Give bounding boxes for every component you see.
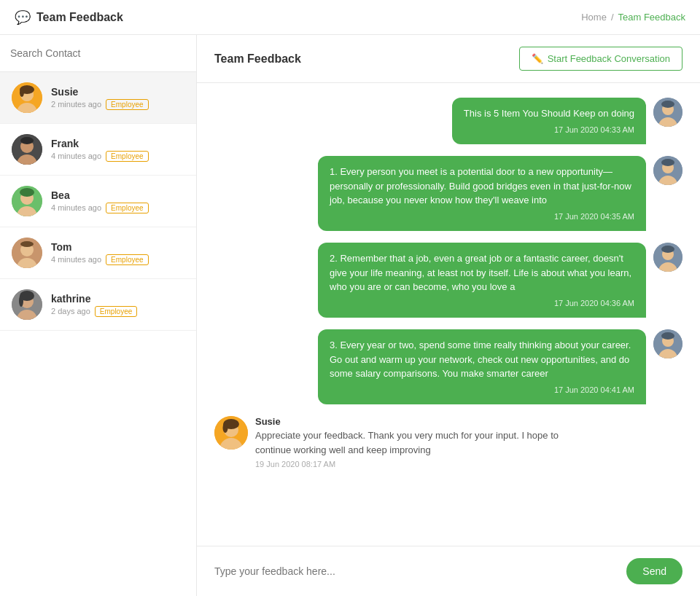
svg-point-13 (20, 188, 34, 197)
message-avatar-2 (653, 156, 682, 185)
avatar-frank (12, 134, 42, 165)
chat-header: Team Feedback ✏️ Start Feedback Conversa… (197, 35, 700, 83)
message-row-3: 2. Remember that a job, even a great job… (214, 243, 682, 318)
received-content-5: Susie Appreciate your feedback. Thank yo… (255, 416, 583, 468)
contact-info-susie: Susie 2 minutes ago Employee (51, 86, 184, 110)
message-avatar-1 (653, 98, 682, 127)
message-time-2: 17 Jun 2020 04:35 AM (330, 211, 634, 223)
avatar-kathrine (12, 289, 42, 320)
contact-name-kathrine: kathrine (51, 293, 184, 305)
message-text-3: 2. Remember that a job, even a great job… (330, 251, 634, 294)
badge-employee-kathrine: Employee (95, 306, 137, 317)
contact-item-susie[interactable]: Susie 2 minutes ago Employee (0, 72, 196, 124)
avatar-bea (12, 186, 42, 216)
contact-name-susie: Susie (51, 86, 184, 98)
top-nav: 💬 Team Feedback Home / Team Feedback (0, 0, 700, 35)
message-text-2: 1. Every person you meet is a potential … (330, 165, 634, 208)
message-row-2: 1. Every person you meet is a potential … (214, 156, 682, 231)
sidebar: Susie 2 minutes ago Employee (0, 35, 197, 596)
contact-time-susie: 2 minutes ago (51, 100, 101, 109)
chat-icon: 💬 (15, 9, 31, 26)
chat-area: Team Feedback ✏️ Start Feedback Conversa… (197, 35, 700, 596)
svg-point-30 (661, 159, 674, 166)
svg-point-26 (661, 101, 674, 108)
bubble-4: 3. Every year or two, spend some time re… (318, 329, 646, 404)
main-layout: Susie 2 minutes ago Employee (0, 35, 700, 596)
start-feedback-label: Start Feedback Conversation (548, 53, 670, 64)
contact-meta-kathrine: 2 days ago Employee (51, 306, 184, 317)
chat-messages: This is 5 Item You Should Keep on doing … (197, 83, 700, 546)
contact-name-tom: Tom (51, 241, 184, 253)
message-time-4: 17 Jun 2020 04:41 AM (330, 384, 634, 396)
search-input[interactable] (10, 47, 186, 59)
received-sender-5: Susie (255, 416, 583, 427)
badge-employee-frank: Employee (106, 151, 148, 162)
bubble-3: 2. Remember that a job, even a great job… (318, 243, 646, 318)
contact-info-kathrine: kathrine 2 days ago Employee (51, 293, 184, 317)
message-avatar-5 (214, 416, 248, 450)
received-text-5: Appreciate your feedback. Thank you very… (255, 428, 583, 457)
nav-brand: 💬 Team Feedback (15, 9, 123, 26)
feedback-input[interactable] (214, 565, 618, 577)
bubble-2: 1. Every person you meet is a potential … (318, 156, 646, 231)
contact-item-tom[interactable]: Tom 4 minutes ago Employee (0, 227, 196, 279)
contact-item-frank[interactable]: Frank 4 minutes ago Employee (0, 124, 196, 176)
svg-point-34 (661, 246, 674, 253)
contact-name-bea: Bea (51, 189, 184, 201)
chat-header-title: Team Feedback (214, 52, 301, 66)
message-row-5: Susie Appreciate your feedback. Thank yo… (214, 416, 682, 468)
contact-meta-bea: 4 minutes ago Employee (51, 203, 184, 213)
contact-meta-tom: 4 minutes ago Employee (51, 254, 184, 265)
breadcrumb-current: Team Feedback (618, 12, 686, 23)
contact-time-frank: 4 minutes ago (51, 152, 101, 160)
message-row-4: 3. Every year or two, spend some time re… (214, 329, 682, 404)
nav-title: Team Feedback (36, 11, 123, 24)
svg-point-22 (19, 295, 23, 307)
badge-employee-susie: Employee (106, 99, 148, 110)
bubble-1: This is 5 Item You Should Keep on doing … (452, 98, 646, 144)
avatar-tom (12, 238, 42, 268)
message-avatar-4 (653, 329, 682, 358)
contact-item-kathrine[interactable]: kathrine 2 days ago Employee (0, 279, 196, 331)
contact-name-frank: Frank (51, 138, 184, 149)
message-row-1: This is 5 Item You Should Keep on doing … (214, 98, 682, 144)
breadcrumb-separator: / (611, 12, 614, 23)
message-text-1: This is 5 Item You Should Keep on doing (464, 106, 634, 121)
edit-icon: ✏️ (532, 53, 543, 64)
message-text-4: 3. Every year or two, spend some time re… (330, 338, 634, 381)
contact-info-tom: Tom 4 minutes ago Employee (51, 241, 184, 265)
contact-meta-frank: 4 minutes ago Employee (51, 151, 184, 162)
contact-time-kathrine: 2 days ago (51, 307, 90, 315)
contact-meta-susie: 2 minutes ago Employee (51, 99, 184, 110)
svg-point-17 (20, 241, 34, 247)
svg-point-38 (661, 332, 674, 340)
contact-info-frank: Frank 4 minutes ago Employee (51, 138, 184, 162)
avatar-susie (12, 82, 42, 113)
chat-input-area: Send (197, 546, 700, 596)
badge-employee-tom: Employee (106, 254, 148, 265)
search-bar[interactable] (0, 35, 196, 72)
contact-list: Susie 2 minutes ago Employee (0, 72, 196, 596)
contact-item-bea[interactable]: Bea 4 minutes ago Employee (0, 176, 196, 227)
breadcrumb: Home / Team Feedback (581, 12, 685, 23)
svg-point-43 (223, 423, 228, 433)
contact-info-bea: Bea 4 minutes ago Employee (51, 189, 184, 213)
start-feedback-button[interactable]: ✏️ Start Feedback Conversation (519, 47, 682, 71)
contact-time-tom: 4 minutes ago (51, 255, 101, 264)
message-avatar-3 (653, 243, 682, 272)
message-time-3: 17 Jun 2020 04:36 AM (330, 297, 634, 310)
badge-employee-bea: Employee (106, 203, 148, 213)
breadcrumb-home: Home (581, 12, 607, 23)
message-time-1: 17 Jun 2020 04:33 AM (464, 124, 634, 136)
received-time-5: 19 Jun 2020 08:17 AM (255, 460, 583, 468)
svg-point-9 (20, 137, 34, 144)
contact-time-bea: 4 minutes ago (51, 203, 101, 212)
svg-point-5 (20, 88, 24, 97)
send-button[interactable]: Send (626, 558, 682, 584)
